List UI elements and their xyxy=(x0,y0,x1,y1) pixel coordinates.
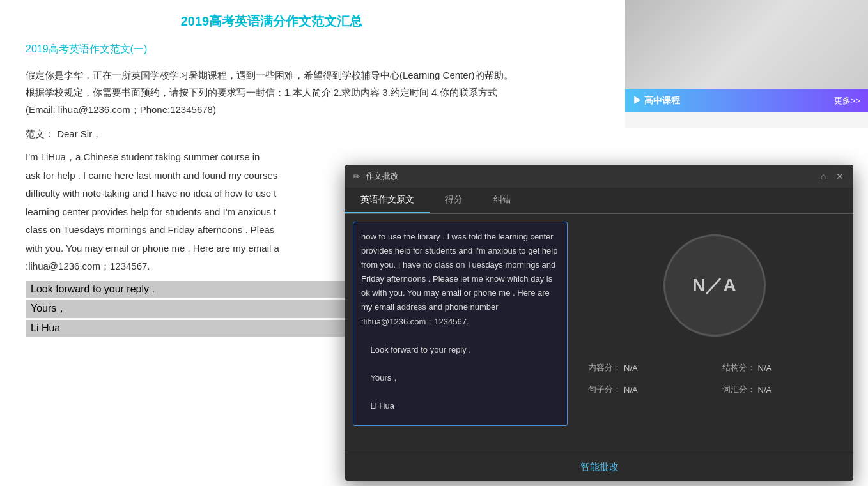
subtitle-link[interactable]: 2019高考英语作文范文(一) xyxy=(26,43,518,56)
edit-icon: ✏ xyxy=(353,171,360,181)
dialog-footer: 智能批改 xyxy=(345,453,853,481)
structure-value: N/A xyxy=(758,363,772,373)
dialog-score-area: N／A 内容分： N/A 结构分： N/A 句子分： N/A xyxy=(575,214,853,453)
score-content: 内容分： N/A xyxy=(588,362,707,374)
score-structure: 结构分： N/A xyxy=(722,362,841,374)
page-title: 2019高考英语满分作文范文汇总 xyxy=(26,13,518,30)
home-button[interactable]: ⌂ xyxy=(818,171,829,182)
score-circle: N／A xyxy=(663,234,766,337)
sidebar-image-placeholder xyxy=(625,0,868,89)
dialog-titlebar: ✏ 作文批改 ⌂ ✕ xyxy=(345,165,853,188)
dialog-body: how to use the library . I was told the … xyxy=(345,214,853,453)
essay-textarea[interactable]: how to use the library . I was told the … xyxy=(353,222,568,426)
sidebar-course-label: ▶ 高中课程 xyxy=(633,95,680,107)
tab-score[interactable]: 得分 xyxy=(430,188,478,213)
sentence-value: N/A xyxy=(624,385,638,395)
content-label: 内容分： xyxy=(588,362,621,374)
content-value: N/A xyxy=(624,363,638,373)
description: 假定你是李华，正在一所英国学校学习暑期课程，遇到一些困难，希望得到学校辅导中心(… xyxy=(26,66,518,118)
dialog-title-left: ✏ 作文批改 xyxy=(353,171,399,182)
dialog-title-text: 作文批改 xyxy=(366,171,399,182)
sidebar-course-bar[interactable]: ▶ 高中课程 更多>> xyxy=(625,89,868,112)
sidebar-more-link[interactable]: 更多>> xyxy=(834,95,860,107)
structure-label: 结构分： xyxy=(722,362,756,374)
smart-correct-button[interactable]: 智能批改 xyxy=(580,461,619,473)
close-button[interactable]: ✕ xyxy=(834,171,846,182)
sidebar-image xyxy=(625,0,868,89)
letter-line-1: I'm LiHua，a Chinese student taking summe… xyxy=(26,148,518,167)
sample-label: 范文： Dear Sir， xyxy=(26,128,518,140)
dialog-tabs: 英语作文原文 得分 纠错 xyxy=(345,188,853,214)
sentence-label: 句子分： xyxy=(588,384,621,395)
dialog-text-area: how to use the library . I was told the … xyxy=(345,214,575,453)
score-value: N／A xyxy=(692,273,736,298)
tab-corrections[interactable]: 纠错 xyxy=(478,188,527,213)
dialog-overlay: ✏ 作文批改 ⌂ ✕ 英语作文原文 得分 纠错 how to use the l… xyxy=(345,165,853,481)
score-sentence: 句子分： N/A xyxy=(588,384,707,395)
score-vocab: 词汇分： N/A xyxy=(722,384,841,395)
score-details: 内容分： N/A 结构分： N/A 句子分： N/A 词汇分： N/A xyxy=(588,362,841,395)
vocab-value: N/A xyxy=(758,385,772,395)
sidebar: ▶ 高中课程 更多>> xyxy=(625,0,868,128)
dialog-controls: ⌂ ✕ xyxy=(818,171,846,182)
vocab-label: 词汇分： xyxy=(722,384,756,395)
tab-original[interactable]: 英语作文原文 xyxy=(345,188,430,213)
